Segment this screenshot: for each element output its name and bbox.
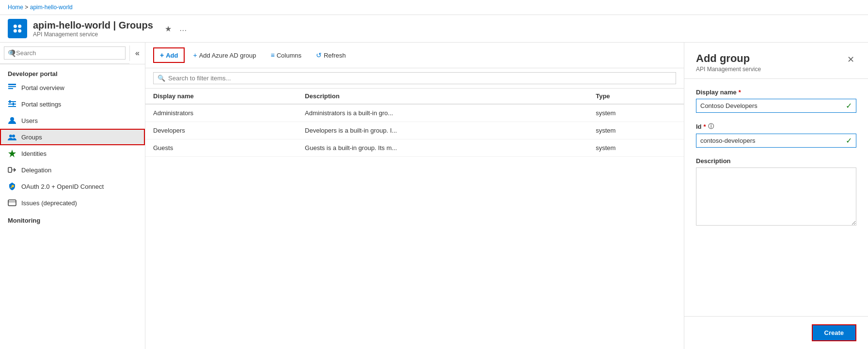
display-name-required: * <box>739 89 741 96</box>
id-label-text: Id <box>696 123 702 130</box>
refresh-button[interactable]: ↺ Refresh <box>310 48 352 62</box>
add-icon: + <box>160 51 164 59</box>
sidebar-item-identities[interactable]: Identities <box>0 145 145 162</box>
row-description: Guests is a built-in group. Its m... <box>297 139 588 157</box>
breadcrumb-home[interactable]: Home <box>8 4 23 11</box>
filter-search-icon: 🔍 <box>158 75 165 82</box>
search-wrapper: 🔍 <box>4 46 126 60</box>
issues-icon <box>8 198 16 207</box>
row-type: system <box>588 122 684 139</box>
groups-icon <box>8 133 16 141</box>
panel-close-button[interactable]: ✕ <box>845 52 856 67</box>
sidebar-item-issues[interactable]: Issues (deprecated) <box>0 195 145 211</box>
svg-rect-9 <box>8 106 16 107</box>
add-label: Add <box>166 52 178 59</box>
display-name-check-icon: ✓ <box>846 101 852 110</box>
page-title: apim-hello-world | Groups <box>33 20 153 31</box>
sidebar-nav: Developer portal Portal overview Portal … <box>0 64 145 349</box>
breadcrumb-separator: > <box>25 4 28 11</box>
columns-button[interactable]: ≡ Columns <box>264 48 307 62</box>
columns-label: Columns <box>277 52 301 59</box>
star-button[interactable]: ★ <box>163 22 174 35</box>
add-azure-button[interactable]: + Add Azure AD group <box>187 48 262 62</box>
search-input[interactable] <box>4 46 126 60</box>
add-button[interactable]: + Add <box>153 47 185 63</box>
svg-rect-6 <box>8 88 13 89</box>
row-name: Administrators <box>145 104 297 122</box>
row-type: system <box>588 139 684 157</box>
main-layout: 🔍 « Developer portal Portal overview Por… <box>0 43 868 349</box>
table-row[interactable]: Guests Guests is a built-in group. Its m… <box>145 139 684 157</box>
sidebar-item-portal-overview[interactable]: Portal overview <box>0 79 145 96</box>
id-required: * <box>704 123 706 130</box>
id-group: Id * ⓘ ✓ <box>696 122 856 148</box>
svg-rect-4 <box>8 84 16 85</box>
display-name-input-wrapper: ✓ <box>696 99 856 113</box>
filter-search-input[interactable] <box>168 75 672 82</box>
portal-overview-label: Portal overview <box>21 84 64 91</box>
portal-settings-label: Portal settings <box>21 101 61 108</box>
display-name-group: Display name * ✓ <box>696 89 856 113</box>
display-name-input[interactable] <box>696 99 856 112</box>
oauth-label: OAuth 2.0 + OpenID Connect <box>21 183 104 190</box>
svg-point-12 <box>10 117 14 121</box>
svg-point-2 <box>14 29 17 32</box>
panel-header-text: Add group API Management service <box>696 52 761 73</box>
svg-point-14 <box>12 135 15 137</box>
filter-search-inner: 🔍 <box>153 72 676 84</box>
sidebar-item-groups[interactable]: Groups <box>0 129 145 145</box>
section-developer-portal: Developer portal <box>0 64 145 79</box>
description-label-text: Description <box>696 157 731 165</box>
panel-title: Add group <box>696 52 761 65</box>
col-display-name: Display name <box>145 89 297 104</box>
identities-icon <box>8 149 16 158</box>
page-header-text: apim-hello-world | Groups API Management… <box>33 20 153 38</box>
display-name-label-text: Display name <box>696 89 737 96</box>
table-row[interactable]: Developers Developers is a built-in grou… <box>145 122 684 139</box>
collapse-button[interactable]: « <box>129 46 145 61</box>
svg-rect-17 <box>8 200 16 206</box>
delegation-icon <box>8 166 16 174</box>
svg-point-3 <box>18 29 21 32</box>
groups-table: Display name Description Type Administra… <box>145 89 684 157</box>
service-icon <box>8 19 27 38</box>
panel-subtitle: API Management service <box>696 66 761 73</box>
sidebar-item-delegation[interactable]: Delegation <box>0 162 145 178</box>
columns-icon: ≡ <box>270 51 274 59</box>
sidebar-item-portal-settings[interactable]: Portal settings <box>0 96 145 112</box>
sidebar-item-users[interactable]: Users <box>0 112 145 129</box>
id-check-icon: ✓ <box>846 136 852 145</box>
add-azure-icon: + <box>193 51 197 59</box>
page-subtitle: API Management service <box>33 31 153 38</box>
right-panel: Add group API Management service ✕ Displ… <box>684 43 868 349</box>
groups-label: Groups <box>21 134 42 141</box>
users-icon <box>8 116 16 125</box>
breadcrumb-current[interactable]: apim-hello-world <box>30 4 73 11</box>
toolbar: + Add + Add Azure AD group ≡ Columns ↺ R… <box>145 43 684 68</box>
svg-point-1 <box>18 25 21 28</box>
oauth-icon: 🔑 <box>8 182 16 191</box>
svg-rect-11 <box>13 103 14 106</box>
sidebar: 🔍 « Developer portal Portal overview Por… <box>0 43 145 349</box>
sidebar-item-oauth[interactable]: 🔑 OAuth 2.0 + OpenID Connect <box>0 178 145 195</box>
panel-header: Add group API Management service ✕ <box>684 43 868 79</box>
description-textarea[interactable] <box>696 167 856 226</box>
col-description: Description <box>297 89 588 104</box>
svg-rect-10 <box>9 100 11 103</box>
id-input[interactable] <box>696 134 856 147</box>
description-label: Description <box>696 157 856 165</box>
row-description: Administrators is a built-in gro... <box>297 104 588 122</box>
id-info-icon[interactable]: ⓘ <box>708 122 714 131</box>
sidebar-search-area: 🔍 <box>0 43 129 64</box>
more-button[interactable]: … <box>177 22 189 35</box>
filter-search-bar: 🔍 <box>145 68 684 89</box>
description-group: Description <box>696 157 856 227</box>
row-type: system <box>588 104 684 122</box>
svg-rect-5 <box>8 86 16 87</box>
create-button[interactable]: Create <box>812 324 856 341</box>
table-row[interactable]: Administrators Administrators is a built… <box>145 104 684 122</box>
col-type: Type <box>588 89 684 104</box>
search-icon: 🔍 <box>8 49 16 57</box>
table-header-row: Display name Description Type <box>145 89 684 104</box>
row-description: Developers is a built-in group. I... <box>297 122 588 139</box>
